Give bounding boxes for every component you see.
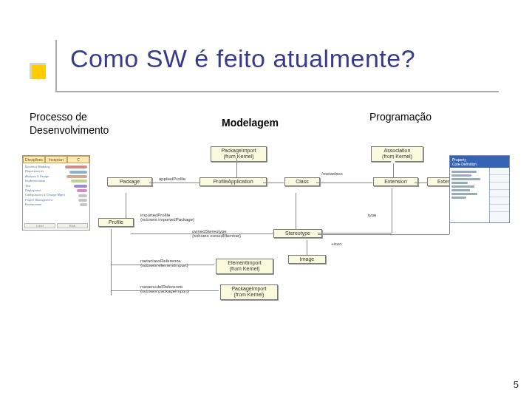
uml-arrowhead-icon bbox=[293, 188, 299, 193]
process-row-label: Environment bbox=[25, 202, 78, 207]
uml-label-metaclass: /metaclass bbox=[321, 171, 343, 176]
ide-body bbox=[450, 168, 509, 223]
uml-line bbox=[307, 240, 307, 255]
uml-line bbox=[236, 158, 237, 177]
ide-editor bbox=[450, 168, 490, 223]
uml-line bbox=[111, 229, 112, 296]
uml-profileapplication: ProfileApplication bbox=[200, 177, 267, 186]
uml-line bbox=[263, 183, 284, 183]
uml-line bbox=[126, 188, 126, 218]
uml-label-metamodelreference: metamodelReference {subsets packageImpor… bbox=[140, 284, 189, 293]
title-bullet-icon bbox=[30, 63, 46, 79]
uml-packageimport-top: PackageImport (from Kernel) bbox=[211, 146, 267, 162]
title-decor-vline bbox=[55, 40, 57, 92]
uml-label-icon: +icon bbox=[331, 242, 342, 246]
process-ftr-elab: Elab bbox=[57, 223, 88, 228]
uml-line bbox=[131, 233, 273, 234]
uml-line bbox=[392, 188, 392, 233]
uml-line bbox=[318, 234, 449, 235]
process-hdr-inception: Inception bbox=[45, 156, 67, 163]
process-row-bar bbox=[78, 199, 87, 202]
process-chart-rows: Business ModelingRequirementsAnalysis & … bbox=[23, 163, 89, 209]
process-row-bar bbox=[66, 175, 87, 178]
slide: Como SW é feito atualmente? Processo de … bbox=[0, 0, 532, 399]
uml-image: Image bbox=[288, 255, 326, 264]
uml-label-appliedprofile: appliedProfile bbox=[159, 177, 185, 181]
uml-line bbox=[415, 183, 427, 183]
uml-packageimport-bottom: PackageImport (from Kernel) bbox=[220, 284, 278, 300]
process-row-bar bbox=[71, 180, 87, 183]
uml-line bbox=[111, 265, 214, 265]
process-row: Environment bbox=[25, 202, 87, 207]
uml-stereotype: Stereotype bbox=[273, 229, 322, 238]
process-row-bar bbox=[69, 171, 87, 174]
slide-title: Como SW é feito atualmente? bbox=[70, 44, 415, 73]
uml-line bbox=[149, 183, 200, 183]
uml-extension: Extension bbox=[373, 177, 418, 186]
process-row-bar bbox=[78, 194, 87, 197]
uml-label-type: type bbox=[368, 213, 376, 217]
process-row-bar bbox=[65, 166, 87, 168]
ide-screenshot: Property Core Definition bbox=[449, 155, 510, 223]
diagram-area: Disciplines Inception C Business Modelin… bbox=[22, 155, 510, 310]
process-chart-header: Disciplines Inception C bbox=[23, 156, 89, 163]
uml-arrowhead-icon bbox=[390, 158, 396, 163]
uml-arrowhead-icon bbox=[123, 188, 129, 193]
col-header-programacao: Programação bbox=[369, 111, 432, 123]
uml-line bbox=[316, 183, 372, 183]
uml-class: Class bbox=[284, 177, 320, 186]
process-hdr-c: C bbox=[67, 156, 89, 163]
title-decor-hline bbox=[55, 91, 499, 92]
process-hdr-disciplines: Disciplines bbox=[23, 156, 45, 163]
process-chart: Disciplines Inception C Business Modelin… bbox=[22, 155, 90, 231]
uml-line bbox=[111, 290, 219, 291]
ide-title: Property Core Definition bbox=[450, 156, 509, 168]
process-row-bar bbox=[77, 189, 87, 192]
uml-profile: Profile bbox=[98, 218, 134, 227]
uml-label-metaclassreference: metaclassReference {subsets elementImpor… bbox=[140, 259, 188, 267]
uml-elementimport: ElementImport (from Kernel) bbox=[216, 259, 273, 274]
ide-sidepanel bbox=[490, 168, 509, 223]
uml-line bbox=[296, 188, 296, 229]
uml-label-importedprofile: importedProfile {subsets importedPackage… bbox=[140, 213, 194, 222]
uml-association-hdr: Association (from Kernel) bbox=[371, 146, 423, 162]
col-header-modelagem: Modelagem bbox=[222, 117, 279, 129]
page-number: 5 bbox=[514, 379, 519, 390]
process-ftr-initial: Initial bbox=[24, 223, 55, 228]
col-header-processo: Processo de Desenvolvimento bbox=[30, 111, 133, 137]
process-row-bar bbox=[80, 203, 87, 206]
process-chart-footer: Initial Elab bbox=[24, 223, 88, 228]
process-row-bar bbox=[74, 185, 87, 188]
uml-package: Package bbox=[107, 177, 152, 186]
uml-line bbox=[318, 233, 392, 233]
